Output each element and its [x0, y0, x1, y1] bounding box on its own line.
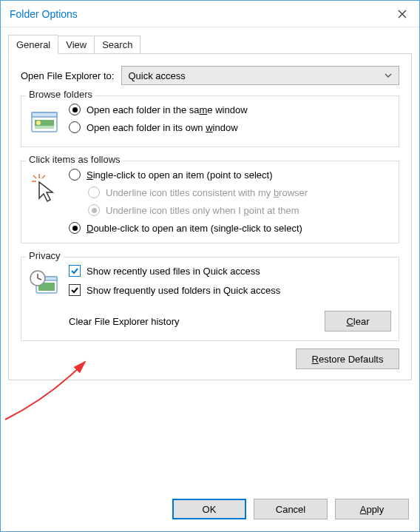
group-click-legend: Click items as follows: [26, 154, 123, 165]
cursor-click-icon: [29, 172, 60, 203]
close-icon: [398, 10, 407, 18]
titlebar: Folder Options: [1, 1, 419, 27]
svg-line-7: [33, 175, 36, 178]
checkbox-frequent-folders[interactable]: Show frequently used folders in Quick ac…: [69, 284, 391, 296]
ok-button[interactable]: OK: [172, 499, 246, 519]
clear-history-label: Clear File Explorer history: [69, 316, 180, 327]
group-privacy-legend: Privacy: [26, 250, 64, 261]
checkbox-icon: [69, 284, 81, 296]
checkbox-recent-files[interactable]: Show recently used files in Quick access: [69, 265, 391, 277]
radio-icon: [88, 186, 100, 198]
client-area: General View Search Open File Explorer t…: [1, 27, 419, 490]
group-privacy: Privacy: [21, 257, 399, 341]
checkbox-icon: [69, 265, 81, 277]
svg-line-8: [42, 175, 45, 178]
svg-point-3: [36, 121, 41, 125]
clear-button[interactable]: Clear: [325, 311, 391, 331]
restore-defaults-row: Restore Defaults: [21, 349, 399, 369]
radio-icon: [69, 104, 81, 115]
radio-icon: [69, 169, 81, 181]
radio-icon: [69, 121, 81, 133]
radio-double-click[interactable]: Double-click to open an item (single-cli…: [69, 222, 391, 234]
open-explorer-label: Open File Explorer to:: [21, 70, 114, 81]
radio-label: Open each folder in the same window: [87, 104, 248, 115]
svg-rect-1: [32, 112, 57, 117]
radio-own-window[interactable]: Open each folder in its own window: [69, 121, 391, 133]
close-button[interactable]: [385, 1, 419, 27]
restore-defaults-button[interactable]: Restore Defaults: [296, 349, 399, 369]
radio-label: Double-click to open an item (single-cli…: [87, 223, 302, 234]
dialog-footer: OK Cancel Apply: [1, 490, 419, 531]
radio-label: Open each folder in its own window: [87, 122, 238, 133]
checkbox-label: Show frequently used folders in Quick ac…: [87, 285, 280, 296]
history-clock-icon: [29, 268, 60, 299]
radio-underline-browser: Underline icon titles consistent with my…: [69, 186, 391, 198]
open-explorer-dropdown[interactable]: Quick access: [121, 66, 399, 85]
group-click-items: Click items as follows: [21, 161, 399, 243]
open-explorer-row: Open File Explorer to: Quick access: [21, 66, 399, 85]
folder-window-icon: [29, 107, 60, 138]
tab-search[interactable]: Search: [94, 36, 140, 54]
radio-label: Underline icon titles only when I point …: [106, 205, 299, 216]
chevron-down-icon: [384, 71, 393, 80]
radio-same-window[interactable]: Open each folder in the same window: [69, 104, 391, 115]
open-explorer-value: Quick access: [128, 70, 185, 81]
apply-button[interactable]: Apply: [335, 499, 409, 519]
group-browse-folders: Browse folders Open each folder in the s…: [21, 95, 399, 147]
radio-icon: [69, 222, 81, 234]
clear-history-row: Clear File Explorer history Clear: [69, 311, 391, 331]
tabpanel-general: Open File Explorer to: Quick access Brow…: [8, 53, 412, 380]
svg-rect-4: [35, 126, 54, 129]
radio-label: Single-click to open an item (point to s…: [87, 169, 272, 181]
folder-options-window: Folder Options General View Search Open …: [0, 0, 420, 532]
checkbox-label: Show recently used files in Quick access: [87, 266, 260, 277]
radio-single-click[interactable]: Single-click to open an item (point to s…: [69, 169, 391, 181]
tab-view[interactable]: View: [58, 36, 95, 54]
group-browse-legend: Browse folders: [26, 89, 95, 100]
radio-underline-point: Underline icon titles only when I point …: [69, 204, 391, 216]
cancel-button[interactable]: Cancel: [254, 499, 328, 519]
radio-label: Underline icon titles consistent with my…: [106, 187, 308, 198]
radio-icon: [88, 204, 100, 216]
tab-general[interactable]: General: [8, 35, 58, 54]
tab-strip: General View Search: [8, 35, 412, 54]
window-title: Folder Options: [10, 8, 78, 20]
